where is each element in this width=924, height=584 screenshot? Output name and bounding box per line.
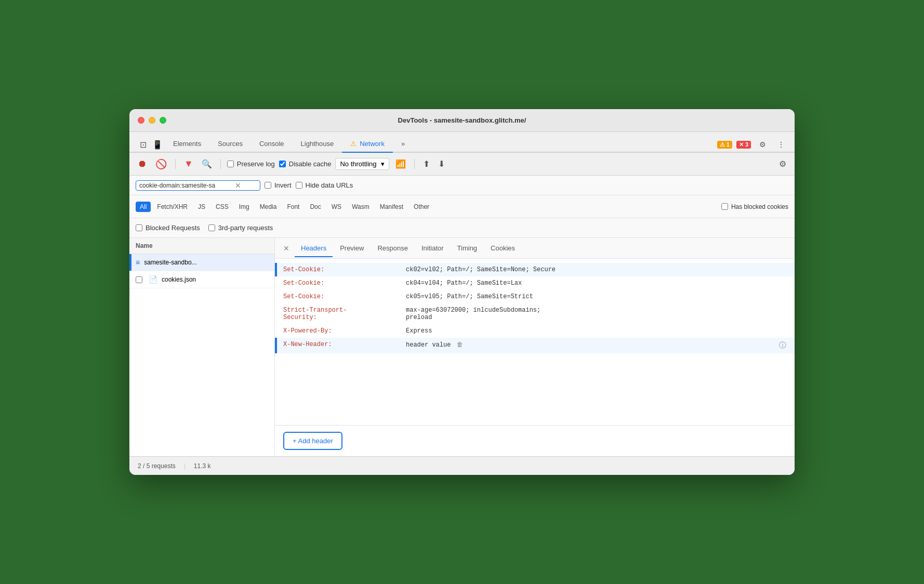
- blocked-cookies-label[interactable]: Has blocked cookies: [721, 203, 788, 210]
- warning-icon: ⚠: [720, 141, 725, 148]
- type-manifest[interactable]: Manifest: [376, 202, 407, 212]
- status-divider: |: [184, 462, 186, 470]
- minimize-button[interactable]: [149, 117, 155, 124]
- toolbar-divider: [175, 159, 176, 169]
- fullscreen-button[interactable]: [160, 117, 166, 124]
- detail-tabs: ✕ Headers Preview Response Initiator Tim…: [275, 238, 795, 259]
- tab-lighthouse[interactable]: Lighthouse: [293, 136, 342, 153]
- window-title: DevTools - samesite-sandbox.glitch.me/: [398, 116, 526, 124]
- hide-data-urls-label[interactable]: Hide data URLs: [296, 181, 353, 189]
- preserve-log-checkbox[interactable]: [227, 161, 234, 167]
- type-other[interactable]: Other: [410, 202, 433, 212]
- hide-data-urls-checkbox[interactable]: [296, 182, 302, 189]
- header-row-5: X-New-Header: header value 🗑 ⓘ: [275, 338, 795, 353]
- header-value-4: Express: [406, 327, 786, 335]
- headers-content: Set-Cookie: ck02=vl02; Path=/; SameSite=…: [275, 259, 795, 425]
- blocked-requests-label[interactable]: Blocked Requests: [136, 224, 200, 232]
- tab-sources[interactable]: Sources: [209, 136, 251, 153]
- filter-bar: ✕ Invert Hide data URLs: [129, 176, 795, 195]
- type-img[interactable]: Img: [235, 202, 254, 212]
- file-list-header: Name: [129, 238, 274, 254]
- header-name-3b: Security:: [283, 314, 398, 321]
- filter-input[interactable]: [139, 182, 233, 189]
- file-list: Name ≡ samesite-sandbo... 📄 cookies.json: [129, 238, 275, 456]
- invert-label[interactable]: Invert: [265, 181, 292, 189]
- type-fetch-xhr[interactable]: Fetch/XHR: [153, 202, 192, 212]
- detail-tab-cookies[interactable]: Cookies: [484, 240, 521, 257]
- detail-panel: ✕ Headers Preview Response Initiator Tim…: [275, 238, 795, 456]
- status-bar: 2 / 5 requests | 11.3 k: [129, 456, 795, 475]
- close-button[interactable]: [138, 117, 144, 124]
- info-icon[interactable]: ⓘ: [779, 341, 786, 350]
- detail-tab-headers[interactable]: Headers: [295, 240, 333, 257]
- detail-tab-preview[interactable]: Preview: [334, 240, 370, 257]
- more-menu-btn[interactable]: ⋮: [774, 137, 788, 152]
- highlight-bar: [275, 263, 277, 276]
- third-party-checkbox[interactable]: [208, 224, 215, 231]
- header-value-1: ck04=vl04; Path=/; SameSite=Lax: [406, 280, 786, 287]
- type-font[interactable]: Font: [283, 202, 303, 212]
- type-doc[interactable]: Doc: [306, 202, 325, 212]
- error-badge[interactable]: ✕ 3: [736, 141, 751, 149]
- type-js[interactable]: JS: [194, 202, 209, 212]
- header-name-4: X-Powered-By:: [283, 327, 398, 335]
- type-media[interactable]: Media: [256, 202, 281, 212]
- traffic-lights: [138, 117, 166, 124]
- blocked-cookies-checkbox[interactable]: [721, 203, 728, 210]
- detail-tab-initiator[interactable]: Initiator: [415, 240, 450, 257]
- detail-tab-timing[interactable]: Timing: [451, 240, 484, 257]
- add-header-area: + Add header: [275, 425, 795, 456]
- tab-more[interactable]: »: [393, 136, 413, 153]
- header-row-1: Set-Cookie: ck04=vl04; Path=/; SameSite=…: [275, 276, 795, 290]
- transfer-size: 11.3 k: [194, 462, 211, 470]
- trash-icon[interactable]: 🗑: [457, 341, 463, 349]
- chevron-down-icon: ▾: [381, 160, 385, 168]
- toolbar-divider3: [414, 159, 415, 169]
- inspect-element-btn[interactable]: ⊡: [136, 137, 150, 152]
- type-wasm[interactable]: Wasm: [348, 202, 374, 212]
- third-party-label[interactable]: 3rd-party requests: [208, 224, 273, 232]
- header-value-3b: preload: [406, 314, 432, 321]
- type-all[interactable]: All: [136, 202, 151, 212]
- header-value-2: ck05=vl05; Path=/; SameSite=Strict: [406, 293, 786, 300]
- search-btn[interactable]: 🔍: [200, 157, 214, 171]
- file-icon: 📄: [149, 275, 157, 284]
- export-btn[interactable]: ⬇: [436, 157, 447, 171]
- tab-console[interactable]: Console: [251, 136, 293, 153]
- clear-btn[interactable]: 🚫: [153, 156, 169, 172]
- preserve-log-label[interactable]: Preserve log: [227, 160, 275, 168]
- disable-cache-checkbox[interactable]: [279, 161, 286, 167]
- title-bar: DevTools - samesite-sandbox.glitch.me/: [129, 109, 795, 132]
- header-name-2: Set-Cookie:: [283, 293, 398, 300]
- network-settings-btn[interactable]: ⚙: [777, 157, 788, 171]
- header-name-3a: Strict-Transport-: [283, 307, 398, 314]
- throttle-select[interactable]: No throttling ▾: [335, 158, 389, 170]
- device-mode-btn[interactable]: 📱: [150, 137, 165, 152]
- settings-btn[interactable]: ⚙: [755, 137, 770, 152]
- type-filter-bar: All Fetch/XHR JS CSS Img Media Font Doc …: [129, 195, 795, 218]
- file-item-0[interactable]: ≡ samesite-sandbo...: [129, 254, 274, 271]
- tab-network[interactable]: ⚠ Network: [342, 136, 393, 153]
- header-row-3: Strict-Transport- max-age=63072000; inlc…: [275, 303, 795, 324]
- tab-elements[interactable]: Elements: [165, 136, 209, 153]
- type-ws[interactable]: WS: [327, 202, 346, 212]
- filter-clear-btn[interactable]: ✕: [235, 182, 241, 189]
- add-header-button[interactable]: + Add header: [283, 432, 342, 450]
- blocked-requests-checkbox[interactable]: [136, 224, 142, 231]
- file-checkbox[interactable]: [136, 276, 142, 283]
- filter-btn[interactable]: ▼: [182, 156, 195, 171]
- detail-close-btn[interactable]: ✕: [279, 242, 294, 255]
- main-content: Name ≡ samesite-sandbo... 📄 cookies.json…: [129, 238, 795, 456]
- file-item-1[interactable]: 📄 cookies.json: [129, 271, 274, 288]
- detail-tab-response[interactable]: Response: [371, 240, 414, 257]
- disable-cache-label[interactable]: Disable cache: [279, 160, 332, 168]
- selected-indicator: [129, 254, 131, 271]
- warning-badge[interactable]: ⚠ 1: [717, 141, 732, 149]
- type-css[interactable]: CSS: [212, 202, 233, 212]
- invert-checkbox[interactable]: [265, 182, 271, 189]
- record-btn[interactable]: ⏺: [136, 156, 149, 171]
- import-btn[interactable]: ⬆: [421, 157, 432, 171]
- toolbar-divider2: [220, 159, 221, 169]
- filter-input-wrap: ✕: [136, 180, 260, 191]
- wifi-icon[interactable]: 📶: [393, 157, 408, 171]
